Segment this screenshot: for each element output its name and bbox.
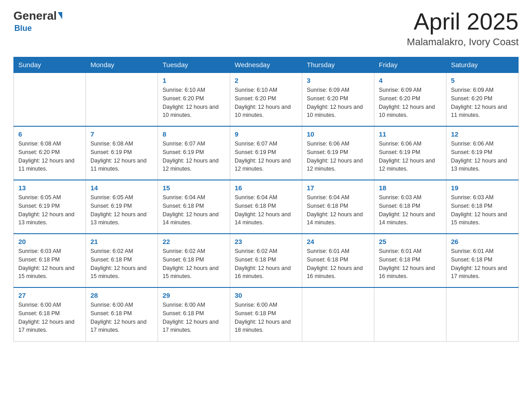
day-number: 14 — [90, 184, 153, 192]
day-of-week-header: Thursday — [302, 57, 374, 73]
week-row: 27Sunrise: 6:00 AMSunset: 6:18 PMDayligh… — [14, 287, 519, 341]
day-cell: 2Sunrise: 6:10 AMSunset: 6:20 PMDaylight… — [230, 73, 302, 126]
day-info: Sunrise: 6:08 AMSunset: 6:19 PMDaylight:… — [90, 140, 153, 173]
day-cell — [14, 73, 86, 126]
day-info: Sunrise: 6:02 AMSunset: 6:18 PMDaylight:… — [163, 247, 225, 281]
day-number: 22 — [163, 238, 225, 245]
logo-triangle-icon — [58, 12, 62, 19]
day-number: 2 — [235, 77, 297, 84]
day-cell: 12Sunrise: 6:06 AMSunset: 6:19 PMDayligh… — [446, 126, 519, 180]
day-number: 25 — [379, 238, 442, 245]
day-cell — [302, 287, 374, 341]
day-cell: 22Sunrise: 6:02 AMSunset: 6:18 PMDayligh… — [158, 234, 230, 287]
day-cell: 7Sunrise: 6:08 AMSunset: 6:19 PMDaylight… — [86, 126, 158, 180]
day-cell: 14Sunrise: 6:05 AMSunset: 6:19 PMDayligh… — [86, 180, 158, 234]
day-info: Sunrise: 6:09 AMSunset: 6:20 PMDaylight:… — [451, 86, 514, 120]
day-number: 28 — [90, 291, 153, 299]
day-cell: 6Sunrise: 6:08 AMSunset: 6:20 PMDaylight… — [14, 126, 86, 180]
day-number: 4 — [379, 77, 442, 84]
week-row: 6Sunrise: 6:08 AMSunset: 6:20 PMDaylight… — [14, 126, 519, 180]
day-cell: 18Sunrise: 6:03 AMSunset: 6:18 PMDayligh… — [374, 180, 446, 234]
day-cell: 13Sunrise: 6:05 AMSunset: 6:19 PMDayligh… — [14, 180, 86, 234]
day-cell: 15Sunrise: 6:04 AMSunset: 6:18 PMDayligh… — [158, 180, 230, 234]
day-info: Sunrise: 6:04 AMSunset: 6:18 PMDaylight:… — [307, 193, 369, 227]
day-cell: 26Sunrise: 6:01 AMSunset: 6:18 PMDayligh… — [446, 234, 519, 287]
day-info: Sunrise: 6:04 AMSunset: 6:18 PMDaylight:… — [163, 193, 225, 227]
day-info: Sunrise: 6:03 AMSunset: 6:18 PMDaylight:… — [379, 193, 442, 227]
day-cell: 24Sunrise: 6:01 AMSunset: 6:18 PMDayligh… — [302, 234, 374, 287]
day-number: 6 — [18, 130, 81, 138]
day-cell: 8Sunrise: 6:07 AMSunset: 6:19 PMDaylight… — [158, 126, 230, 180]
day-info: Sunrise: 6:01 AMSunset: 6:18 PMDaylight:… — [307, 247, 369, 281]
day-cell: 25Sunrise: 6:01 AMSunset: 6:18 PMDayligh… — [374, 234, 446, 287]
day-info: Sunrise: 6:07 AMSunset: 6:19 PMDaylight:… — [235, 140, 297, 173]
day-number: 17 — [307, 184, 369, 192]
day-number: 15 — [163, 184, 225, 192]
day-info: Sunrise: 6:03 AMSunset: 6:18 PMDaylight:… — [451, 193, 514, 227]
title-area: April 2025 Malamalakro, Ivory Coast — [407, 9, 519, 48]
day-number: 8 — [163, 130, 225, 138]
day-number: 9 — [235, 130, 297, 138]
week-row: 13Sunrise: 6:05 AMSunset: 6:19 PMDayligh… — [14, 180, 519, 234]
day-info: Sunrise: 6:05 AMSunset: 6:19 PMDaylight:… — [18, 193, 81, 227]
day-info: Sunrise: 6:06 AMSunset: 6:19 PMDaylight:… — [379, 140, 442, 173]
day-info: Sunrise: 6:07 AMSunset: 6:19 PMDaylight:… — [163, 140, 225, 173]
day-cell: 23Sunrise: 6:02 AMSunset: 6:18 PMDayligh… — [230, 234, 302, 287]
day-number: 1 — [163, 77, 225, 84]
day-number: 18 — [379, 184, 442, 192]
day-info: Sunrise: 6:10 AMSunset: 6:20 PMDaylight:… — [163, 86, 225, 120]
day-number: 11 — [379, 130, 442, 138]
day-number: 10 — [307, 130, 369, 138]
day-cell: 9Sunrise: 6:07 AMSunset: 6:19 PMDaylight… — [230, 126, 302, 180]
day-number: 13 — [18, 184, 81, 192]
month-title: April 2025 — [407, 9, 519, 34]
day-number: 16 — [235, 184, 297, 192]
day-cell: 27Sunrise: 6:00 AMSunset: 6:18 PMDayligh… — [14, 287, 86, 341]
day-of-week-header: Monday — [86, 57, 158, 73]
day-number: 3 — [307, 77, 369, 84]
day-info: Sunrise: 6:01 AMSunset: 6:18 PMDaylight:… — [451, 247, 514, 281]
day-cell — [374, 287, 446, 341]
day-cell: 30Sunrise: 6:00 AMSunset: 6:18 PMDayligh… — [230, 287, 302, 341]
day-info: Sunrise: 6:05 AMSunset: 6:19 PMDaylight:… — [90, 193, 153, 227]
day-info: Sunrise: 6:08 AMSunset: 6:20 PMDaylight:… — [18, 140, 81, 173]
logo-text: General — [13, 9, 62, 23]
day-info: Sunrise: 6:02 AMSunset: 6:18 PMDaylight:… — [235, 247, 297, 281]
day-number: 20 — [18, 238, 81, 245]
day-cell: 28Sunrise: 6:00 AMSunset: 6:18 PMDayligh… — [86, 287, 158, 341]
day-info: Sunrise: 6:00 AMSunset: 6:18 PMDaylight:… — [90, 301, 153, 334]
location-title: Malamalakro, Ivory Coast — [407, 36, 519, 48]
day-info: Sunrise: 6:01 AMSunset: 6:18 PMDaylight:… — [379, 247, 442, 281]
week-row: 20Sunrise: 6:03 AMSunset: 6:18 PMDayligh… — [14, 234, 519, 287]
day-info: Sunrise: 6:06 AMSunset: 6:19 PMDaylight:… — [307, 140, 369, 173]
day-info: Sunrise: 6:10 AMSunset: 6:20 PMDaylight:… — [235, 86, 297, 120]
day-number: 19 — [451, 184, 514, 192]
day-info: Sunrise: 6:00 AMSunset: 6:18 PMDaylight:… — [235, 301, 297, 334]
day-number: 7 — [90, 130, 153, 138]
calendar-table: SundayMondayTuesdayWednesdayThursdayFrid… — [13, 57, 519, 342]
day-number: 23 — [235, 238, 297, 245]
day-number: 29 — [163, 291, 225, 299]
day-cell: 21Sunrise: 6:02 AMSunset: 6:18 PMDayligh… — [86, 234, 158, 287]
day-cell: 17Sunrise: 6:04 AMSunset: 6:18 PMDayligh… — [302, 180, 374, 234]
day-number: 5 — [451, 77, 514, 84]
week-row: 1Sunrise: 6:10 AMSunset: 6:20 PMDaylight… — [14, 73, 519, 126]
logo-blue-text: Blue — [14, 24, 32, 33]
day-cell: 1Sunrise: 6:10 AMSunset: 6:20 PMDaylight… — [158, 73, 230, 126]
day-cell: 5Sunrise: 6:09 AMSunset: 6:20 PMDaylight… — [446, 73, 519, 126]
day-info: Sunrise: 6:00 AMSunset: 6:18 PMDaylight:… — [18, 301, 81, 334]
day-of-week-header: Friday — [374, 57, 446, 73]
day-number: 30 — [235, 291, 297, 299]
header: General Blue April 2025 Malamalakro, Ivo… — [13, 9, 519, 48]
day-info: Sunrise: 6:09 AMSunset: 6:20 PMDaylight:… — [307, 86, 369, 120]
day-cell: 10Sunrise: 6:06 AMSunset: 6:19 PMDayligh… — [302, 126, 374, 180]
day-of-week-header: Sunday — [14, 57, 86, 73]
day-cell — [446, 287, 519, 341]
day-of-week-header: Wednesday — [230, 57, 302, 73]
day-number: 27 — [18, 291, 81, 299]
day-cell: 29Sunrise: 6:00 AMSunset: 6:18 PMDayligh… — [158, 287, 230, 341]
day-info: Sunrise: 6:06 AMSunset: 6:19 PMDaylight:… — [451, 140, 514, 173]
day-cell: 11Sunrise: 6:06 AMSunset: 6:19 PMDayligh… — [374, 126, 446, 180]
logo-general: General — [13, 9, 57, 23]
day-info: Sunrise: 6:00 AMSunset: 6:18 PMDaylight:… — [163, 301, 225, 334]
